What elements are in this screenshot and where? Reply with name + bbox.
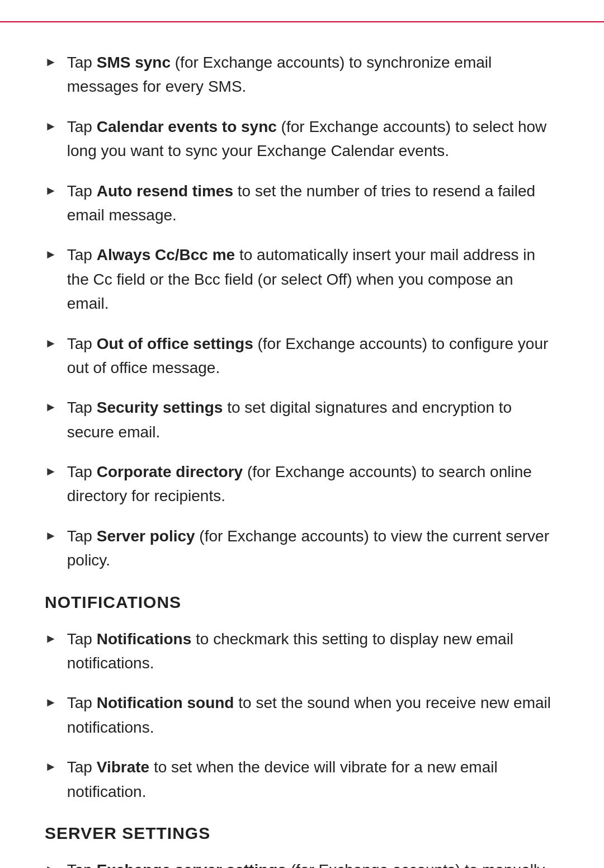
- list-item: ► Tap Notifications to checkmark this se…: [45, 627, 559, 676]
- bullet-arrow-icon: ►: [45, 398, 57, 417]
- notifications-section: NOTIFICATIONS ► Tap Notifications to che…: [45, 589, 559, 804]
- list-item: ► Tap Calendar events to sync (for Excha…: [45, 115, 559, 163]
- bullet-text: Tap Notification sound to set the sound …: [67, 691, 559, 739]
- list-item: ► Tap Server policy (for Exchange accoun…: [45, 524, 559, 573]
- bullet-arrow-icon: ►: [45, 117, 57, 136]
- bullet-arrow-icon: ►: [45, 629, 57, 648]
- server-settings-bullet-list: ► Tap Exchange server settings (for Exch…: [45, 858, 559, 868]
- bullet-arrow-icon: ►: [45, 53, 57, 72]
- bullet-arrow-icon: ►: [45, 245, 57, 264]
- list-item: ► Tap Exchange server settings (for Exch…: [45, 858, 559, 868]
- list-item: ► Tap Out of office settings (for Exchan…: [45, 332, 559, 380]
- server-settings-section: SERVER SETTINGS ► Tap Exchange server se…: [45, 820, 559, 868]
- bullet-text: Tap SMS sync (for Exchange accounts) to …: [67, 50, 559, 99]
- bullet-arrow-icon: ►: [45, 526, 57, 545]
- bullet-text: Tap Exchange server settings (for Exchan…: [67, 858, 559, 868]
- bullet-arrow-icon: ►: [45, 693, 57, 712]
- bullet-arrow-icon: ►: [45, 757, 57, 776]
- bullet-text: Tap Calendar events to sync (for Exchang…: [67, 115, 559, 163]
- list-item: ► Tap Always Cc/Bcc me to automatically …: [45, 243, 559, 315]
- list-item: ► Tap SMS sync (for Exchange accounts) t…: [45, 50, 559, 99]
- bullet-text: Tap Vibrate to set when the device will …: [67, 755, 559, 804]
- page-container: ► Tap SMS sync (for Exchange accounts) t…: [0, 0, 604, 868]
- bullet-text: Tap Always Cc/Bcc me to automatically in…: [67, 243, 559, 315]
- list-item: ► Tap Security settings to set digital s…: [45, 395, 559, 444]
- list-item: ► Tap Vibrate to set when the device wil…: [45, 755, 559, 804]
- main-content: ► Tap SMS sync (for Exchange accounts) t…: [0, 45, 604, 868]
- notifications-heading: NOTIFICATIONS: [45, 589, 559, 615]
- bullet-text: Tap Server policy (for Exchange accounts…: [67, 524, 559, 573]
- server-settings-heading: SERVER SETTINGS: [45, 820, 559, 846]
- bullet-arrow-icon: ►: [45, 462, 57, 481]
- list-item: ► Tap Corporate directory (for Exchange …: [45, 460, 559, 508]
- bullet-text: Tap Notifications to checkmark this sett…: [67, 627, 559, 676]
- bullet-arrow-icon: ►: [45, 860, 57, 868]
- bullet-arrow-icon: ►: [45, 334, 57, 353]
- bullet-text: Tap Security settings to set digital sig…: [67, 395, 559, 444]
- page-header: [0, 0, 604, 22]
- bullet-text: Tap Out of office settings (for Exchange…: [67, 332, 559, 380]
- bullet-text: Tap Corporate directory (for Exchange ac…: [67, 460, 559, 508]
- bullet-text: Tap Auto resend times to set the number …: [67, 179, 559, 228]
- list-item: ► Tap Auto resend times to set the numbe…: [45, 179, 559, 228]
- bullet-arrow-icon: ►: [45, 181, 57, 200]
- list-item: ► Tap Notification sound to set the soun…: [45, 691, 559, 739]
- main-bullet-list: ► Tap SMS sync (for Exchange accounts) t…: [45, 50, 559, 573]
- notifications-bullet-list: ► Tap Notifications to checkmark this se…: [45, 627, 559, 804]
